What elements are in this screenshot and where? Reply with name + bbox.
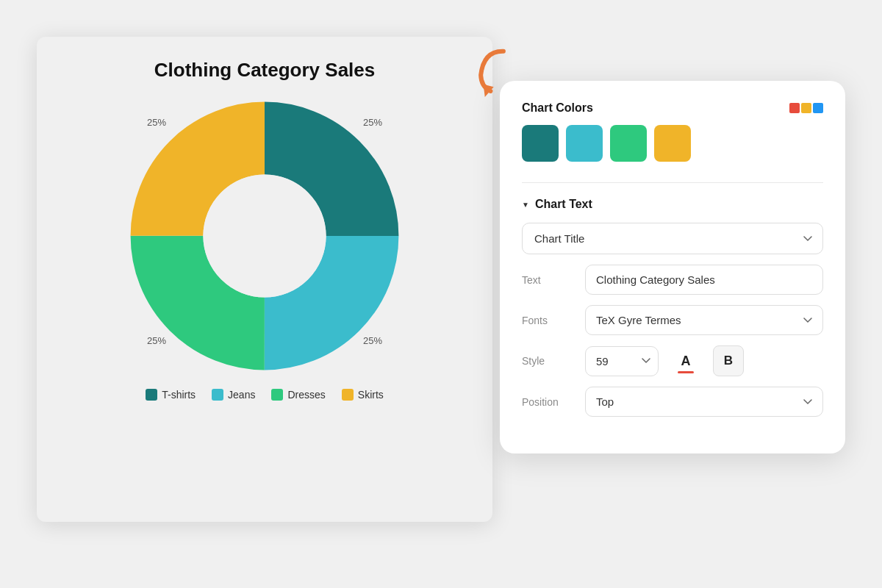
legend-item-tshirts: T-shirts: [146, 389, 196, 401]
fonts-select[interactable]: TeX Gyre Termes: [585, 305, 823, 335]
donut-hole: [203, 174, 326, 297]
swatch-btn-skirts[interactable]: [654, 125, 691, 162]
swatch-btn-dresses[interactable]: [610, 125, 647, 162]
chart-text-title: Chart Text: [535, 198, 592, 211]
legend-swatch-skirts: [342, 389, 354, 401]
text-input[interactable]: [585, 265, 823, 295]
settings-panel: Chart Colors ▼ Chart Text Chart Title: [500, 81, 845, 453]
style-size-select[interactable]: 59: [585, 346, 659, 376]
divider: [522, 182, 823, 183]
style-btn-b[interactable]: B: [713, 345, 744, 376]
donut-chart: 25% 25% 25% 25%: [125, 96, 404, 376]
position-select-wrap: Top Bottom Left Right: [585, 387, 823, 417]
text-field-row: Text: [522, 265, 823, 295]
percent-top-left: 25%: [147, 117, 166, 128]
chart-title: Clothing Category Sales: [154, 59, 376, 82]
scene: Clothing Category Sales 25% 25% 25% 25%: [37, 22, 845, 566]
colors-section-title: Chart Colors: [522, 101, 593, 115]
legend-label-dresses: Dresses: [287, 389, 325, 401]
position-label: Position: [522, 396, 573, 408]
percent-bot-left: 25%: [147, 335, 166, 346]
fonts-select-wrap: TeX Gyre Termes: [585, 305, 823, 335]
legend-swatch-jeans: [212, 389, 223, 401]
percent-top-right: 25%: [363, 117, 382, 128]
chart-title-dropdown-row: Chart Title: [522, 223, 823, 254]
fonts-label: Fonts: [522, 315, 573, 326]
chart-text-section-header: ▼ Chart Text: [522, 198, 823, 211]
legend-swatch-dresses: [271, 389, 283, 401]
legend-label-skirts: Skirts: [358, 389, 384, 401]
legend-swatch-tshirts: [146, 389, 157, 401]
style-size-wrap: 59: [585, 346, 659, 376]
chart-card: Clothing Category Sales 25% 25% 25% 25%: [37, 37, 492, 522]
legend-item-skirts: Skirts: [342, 389, 384, 401]
legend-item-dresses: Dresses: [271, 389, 325, 401]
triangle-icon: ▼: [522, 201, 529, 209]
percent-bot-right: 25%: [363, 335, 382, 346]
chart-title-select[interactable]: Chart Title: [522, 223, 823, 254]
style-field-row: Style 59 A B: [522, 345, 823, 376]
colors-section-header: Chart Colors: [522, 101, 823, 115]
legend-label-tshirts: T-shirts: [162, 389, 196, 401]
grid-yellow: [801, 103, 811, 113]
position-select[interactable]: Top Bottom Left Right: [585, 387, 823, 417]
style-label: Style: [522, 355, 573, 367]
swatch-btn-tshirts[interactable]: [522, 125, 559, 162]
grid-blue: [813, 103, 823, 113]
legend-item-jeans: Jeans: [212, 389, 255, 401]
swatch-btn-jeans[interactable]: [566, 125, 603, 162]
text-label: Text: [522, 274, 573, 286]
position-field-row: Position Top Bottom Left Right: [522, 387, 823, 417]
color-swatches: [522, 125, 823, 162]
style-btn-a[interactable]: A: [670, 345, 701, 376]
color-grid-icon: [789, 103, 823, 113]
legend-label-jeans: Jeans: [228, 389, 255, 401]
fonts-field-row: Fonts TeX Gyre Termes: [522, 305, 823, 335]
donut-svg: [125, 96, 404, 376]
grid-red: [789, 103, 800, 113]
chart-legend: T-shirts Jeans Dresses Skirts: [146, 389, 384, 401]
